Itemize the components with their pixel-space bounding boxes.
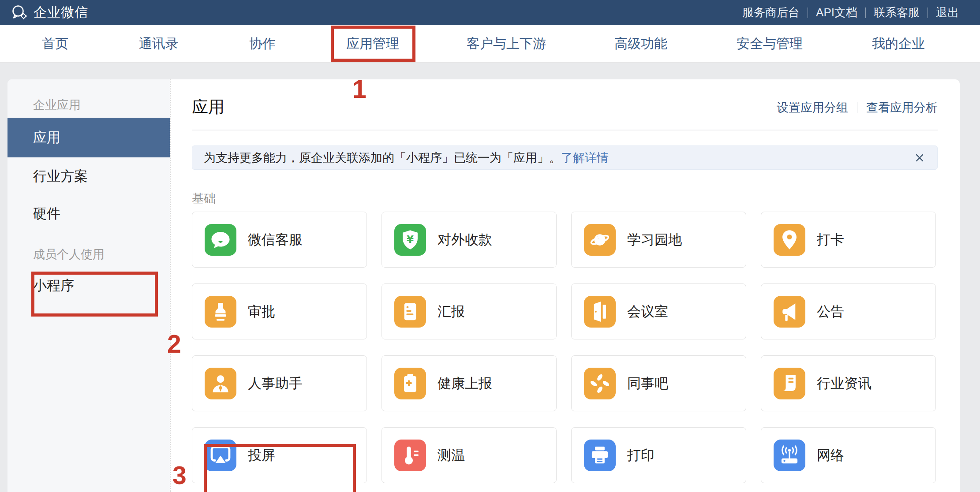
app-card-label: 健康上报 [438,374,492,393]
sidebar-section-company-apps: 企业应用 [33,96,81,114]
app-card[interactable]: 审批 [192,283,367,339]
app-card[interactable]: 同事吧 [571,355,746,411]
sidebar-item-industry-solutions[interactable]: 行业方案 [33,166,88,186]
learn-more-link[interactable]: 了解详情 [561,150,609,166]
app-card[interactable]: 网络 [761,427,936,483]
app-card[interactable]: 人事助手 [192,355,367,411]
app-card[interactable]: 测温 [382,427,557,483]
provider-console-link[interactable]: 服务商后台 [734,5,808,20]
close-icon[interactable] [913,152,926,164]
app-card[interactable]: 公告 [761,283,936,339]
planet-icon [584,224,616,256]
app-card[interactable]: 汇报 [382,283,557,339]
sidebar-item-hardware[interactable]: 硬件 [33,204,60,224]
topbar: 企业微信 服务商后台 API文档 联系客服 退出 [0,0,980,25]
page-title: 应用 [192,96,224,118]
app-card[interactable]: 学习园地 [571,212,746,268]
clipboard-plus-icon [394,368,426,399]
tab-security-management[interactable]: 安全与管理 [737,35,803,53]
shield-yuan-icon: ¥ [394,224,426,256]
logout-link[interactable]: 退出 [928,5,967,20]
thermometer-icon [394,440,426,471]
petals-icon [584,368,616,399]
app-card-label: 同事吧 [627,374,668,393]
app-card-label: 对外收款 [438,231,492,249]
app-card-label: 学习园地 [627,231,682,249]
app-card-label: 公告 [817,302,844,321]
app-card-label: 打印 [627,446,655,465]
router-icon [774,440,805,471]
tab-advanced-features[interactable]: 高级功能 [614,35,667,53]
app-card[interactable]: 健康上报 [382,355,557,411]
scroll-doc-icon [774,368,805,399]
app-card[interactable]: 微信客服 [192,212,367,268]
app-card[interactable]: 打印 [571,427,746,483]
primary-nav: 首页 通讯录 协作 应用管理 客户与上下游 高级功能 安全与管理 我的企业 [0,25,980,63]
brand-title: 企业微信 [34,4,88,22]
selected-tab-underline [334,60,411,61]
tab-customers[interactable]: 客户与上下游 [467,35,546,53]
report-doc-icon [394,296,426,328]
door-icon [584,296,616,328]
stamp-icon [205,296,236,328]
app-card-label: 人事助手 [248,374,303,393]
tab-my-company[interactable]: 我的企业 [872,35,925,53]
printer-icon [584,440,616,471]
svg-text:¥: ¥ [407,233,414,245]
app-card-label: 网络 [817,446,844,465]
header-divider [192,130,938,130]
contact-support-link[interactable]: 联系客服 [866,5,928,20]
person-icon [205,368,236,399]
sidebar-item-apps-label: 应用 [33,128,60,147]
sidebar-item-apps[interactable]: 应用 [7,118,170,157]
sidebar-item-mini-programs[interactable]: 小程序 [33,276,74,296]
app-grid: 微信客服¥对外收款学习园地打卡审批汇报会议室公告人事助手健康上报同事吧行业资讯投… [192,212,936,483]
app-card[interactable]: 行业资讯 [761,355,936,411]
tab-collaboration[interactable]: 协作 [249,35,276,53]
content-panel: 企业应用 应用 行业方案 硬件 成员个人使用 小程序 应用 设置应用分组 查看应… [7,79,960,492]
megaphone-icon [774,296,805,328]
app-card[interactable]: 投屏 [192,427,367,483]
app-card[interactable]: ¥对外收款 [382,212,557,268]
tab-app-management[interactable]: 应用管理 [346,35,399,53]
tab-contacts[interactable]: 通讯录 [139,35,179,53]
app-card[interactable]: 会议室 [571,283,746,339]
set-app-groups-link[interactable]: 设置应用分组 [777,100,848,116]
app-card-label: 打卡 [817,231,844,249]
notice-text: 为支持更多能力，原企业关联添加的「小程序」已统一为「应用」。 [204,150,561,166]
annotation-number-3: 3 [172,463,187,488]
app-card-label: 审批 [248,302,275,321]
app-card-label: 投屏 [248,446,275,465]
app-logo: 企业微信 [11,4,88,22]
header-actions: 设置应用分组 查看应用分析 [777,100,938,116]
app-card-label: 会议室 [627,302,668,321]
app-card-label: 微信客服 [248,231,303,249]
section-label-basic: 基础 [192,190,216,206]
wechat-work-logo-icon [11,4,29,22]
location-pin-icon [774,224,805,256]
tab-home[interactable]: 首页 [42,35,68,53]
api-docs-link[interactable]: API文档 [808,5,865,20]
chat-bubble-icon [205,224,236,256]
app-card[interactable]: 打卡 [761,212,936,268]
app-card-label: 汇报 [438,302,465,321]
sidebar: 企业应用 应用 行业方案 硬件 成员个人使用 小程序 [7,79,170,492]
separator [857,102,857,113]
view-app-analytics-link[interactable]: 查看应用分析 [866,100,938,116]
sidebar-section-personal-use: 成员个人使用 [33,246,105,263]
app-card-label: 行业资讯 [817,374,872,393]
app-card-label: 测温 [438,446,465,465]
topbar-links: 服务商后台 API文档 联系客服 退出 [734,5,967,20]
screen-cast-icon [205,440,236,471]
notice-banner: 为支持更多能力，原企业关联添加的「小程序」已统一为「应用」。 了解详情 [192,145,938,170]
